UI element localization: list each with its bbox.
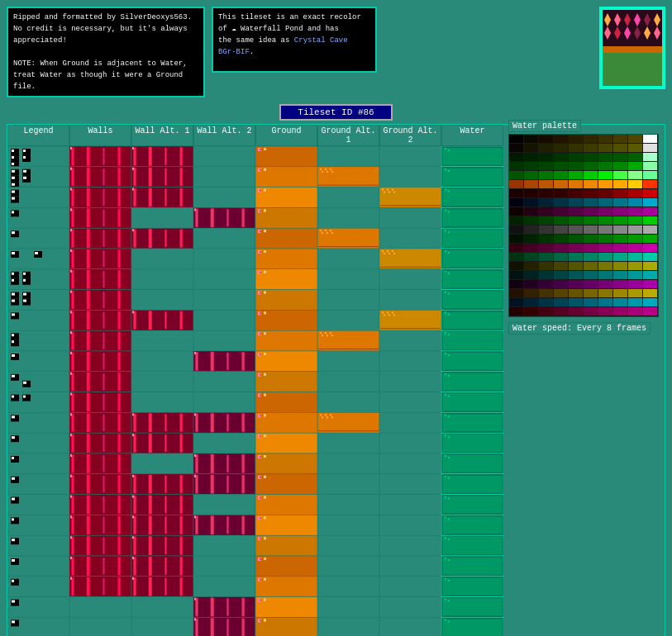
info-right-text: This tileset is an exact recolorof ☁ Wat… [218, 13, 361, 56]
tileset-id-bar: Tileset ID #86 [7, 104, 665, 121]
water-speed-label: Water speed: Every 8 frames [508, 322, 651, 335]
col-header-ground: Ground [255, 125, 317, 146]
preview-box [599, 7, 665, 89]
info-box-left: Ripped and formatted by SilverDeoxys563.… [7, 7, 205, 97]
main-grid-canvas [7, 146, 503, 636]
col-header-walls: Walls [69, 125, 131, 146]
info-box-right: This tileset is an exact recolorof ☁ Wat… [212, 7, 377, 73]
palette-canvas [508, 134, 659, 317]
preview-canvas [601, 8, 664, 88]
top-section: Ripped and formatted by SilverDeoxys563.… [0, 0, 672, 104]
water-palette-label: Water palette [508, 120, 581, 132]
col-header-wallalt1: Wall Alt. 1 [131, 125, 193, 146]
col-header-legend: Legend [7, 125, 69, 146]
info-left-text: Ripped and formatted by SilverDeoxys563.… [13, 13, 192, 91]
col-header-groundalt2: Ground Alt. 2 [379, 125, 441, 146]
preview-inner [601, 8, 664, 88]
right-panel: Water palette Water speed: Every 8 frame… [508, 120, 665, 335]
tileset-id-label: Tileset ID #86 [279, 104, 392, 121]
col-header-wallalt2: Wall Alt. 2 [193, 125, 255, 146]
col-header-groundalt1: Ground Alt. 1 [317, 125, 379, 146]
app: Ripped and formatted by SilverDeoxys563.… [0, 0, 672, 636]
col-header-water: Water [441, 125, 503, 146]
